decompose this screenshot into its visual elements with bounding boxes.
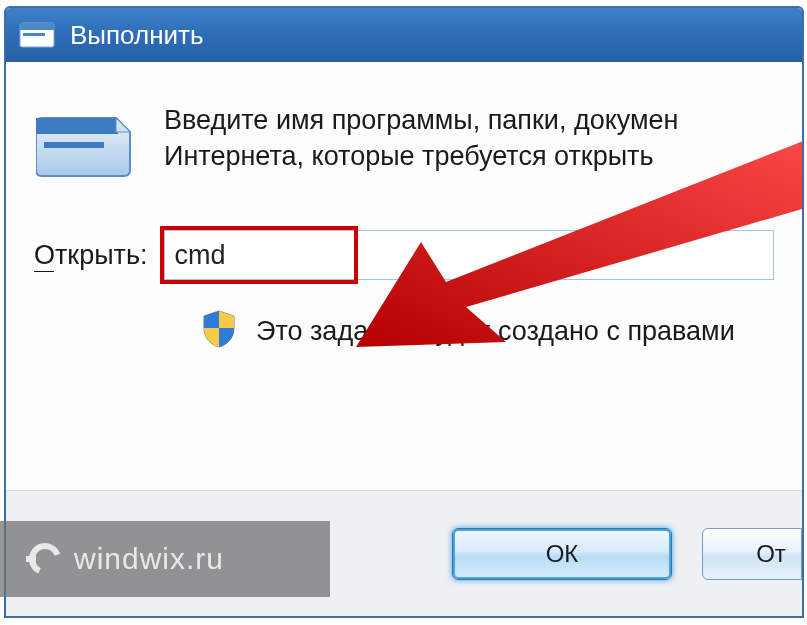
svg-rect-1 xyxy=(20,23,54,30)
run-program-icon xyxy=(34,102,134,182)
watermark-logo-icon xyxy=(26,542,60,576)
watermark-bar: windwix.ru xyxy=(0,521,330,597)
titlebar[interactable]: Выполнить xyxy=(6,8,802,62)
ok-button[interactable]: ОК xyxy=(452,528,672,580)
svg-rect-6 xyxy=(26,556,36,562)
dialog-description: Введите имя программы, папки, докумен Ин… xyxy=(164,102,678,175)
svg-rect-2 xyxy=(23,33,45,36)
dialog-body: Введите имя программы, папки, докумен Ин… xyxy=(6,62,802,492)
run-title-icon xyxy=(18,21,56,49)
svg-rect-4 xyxy=(44,142,104,148)
open-input[interactable] xyxy=(164,230,774,280)
cancel-button[interactable]: От xyxy=(702,528,802,580)
svg-rect-3 xyxy=(36,118,118,134)
open-combobox[interactable] xyxy=(164,230,774,280)
window-title: Выполнить xyxy=(70,20,204,51)
watermark-text: windwix.ru xyxy=(74,542,224,576)
open-label: Открыть: xyxy=(34,240,148,271)
admin-note-text: Это задание будет создано с правами xyxy=(256,316,735,347)
shield-icon xyxy=(202,310,236,352)
